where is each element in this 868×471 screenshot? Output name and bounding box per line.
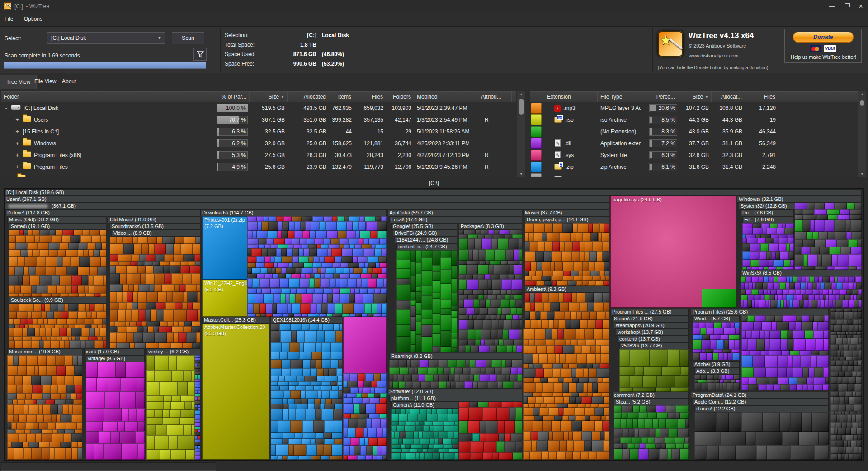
treemap-tiles-ventoy-tiles[interactable] (146, 355, 195, 460)
treemap-label-user-redacted[interactable]: (367.1 GB) (5, 203, 609, 209)
treemap-label-n250820[interactable]: 250820\ (13.7 GB) (619, 343, 689, 349)
treemap-label-c-root[interactable]: [C:] Local Disk (519.6 GB) (5, 189, 862, 196)
treemap-block-win11-iso[interactable]: Win11_22H2_Englis(5.2 GB) (202, 280, 247, 317)
menu-file[interactable]: File (0, 13, 18, 22)
treemap-label-appdata[interactable]: AppData\ (59.7 GB) (387, 209, 522, 216)
treemap-label-drivefs[interactable]: DriveFS\ (24.9 GB) (393, 230, 457, 237)
treemap-label-soulseek[interactable]: Soulseek So... (9.9 GB) (9, 297, 106, 304)
treemap-label-qex[interactable]: QEX19812016\ (14.4 GB) (271, 317, 342, 324)
treemap-tiles-winsxs-tiles[interactable] (741, 276, 862, 308)
treemap-label-video[interactable]: Video ... (8.9 GB) (112, 230, 200, 237)
treemap-tiles-ventoy-edge[interactable] (195, 355, 200, 460)
column-header-7[interactable]: Modified (414, 92, 478, 103)
column-header-2[interactable]: Size▼ (250, 92, 288, 103)
treemap-label-steam[interactable]: Steam\ (21.9 GB) (612, 315, 689, 322)
treemap-label-content-c[interactable]: content_c... (24.7 GB) (396, 243, 457, 250)
scroll-down-icon[interactable]: ▼ (517, 171, 525, 177)
treemap-block-pagefile-green[interactable] (702, 289, 736, 308)
treemap-label-platform[interactable]: platform... (11.1 GB) (389, 395, 522, 402)
treemap-label-pf[interactable]: Program Files\ (25.6 GB) (691, 309, 829, 315)
treemap-label-winsxs[interactable]: WinSxS\ (8.5 GB) (741, 270, 862, 276)
table-row[interactable]: iso.isoiso Archive8.5 %44.3 GB44.3 GB19 (530, 114, 858, 126)
treemap-label-google-118[interactable]: 118412447... (24.8 GB) (395, 237, 457, 243)
column-header-allocat[interactable]: Allocat... (712, 92, 745, 103)
treemap-tiles-wind-tiles[interactable] (693, 322, 740, 360)
treemap-label-music-old[interactable]: Music (Old)\ (33.2 GB) (7, 216, 106, 223)
treemap-label-itunes[interactable]: iTunes\ (12.2 GB) (694, 405, 829, 412)
treemap-label-common[interactable]: common\ (7.2 GB) (612, 392, 689, 399)
drive-select-dropdown[interactable]: [C:] Local Disk ▼ (47, 32, 165, 44)
expand-toggle-icon[interactable]: + (14, 138, 20, 149)
treemap-block-photos-zip[interactable]: Photos-001 (2).zip(7.2 GB) (202, 216, 247, 280)
treemap-tiles-qex-tiles[interactable] (271, 324, 342, 460)
treemap-block-adobe-master[interactable]: Adobe.Master.Collection.20(25.3 GB) (202, 324, 269, 460)
treemap-label-users[interactable]: Users\ (367.1 GB) (5, 196, 609, 203)
treemap-tiles-n250820-tiles[interactable] (619, 349, 689, 392)
donate-button[interactable]: Donate (793, 32, 854, 43)
scrollbar-thumb[interactable] (519, 99, 524, 115)
treemap-label-adobe[interactable]: Adobe\ (3.9 GB) (693, 361, 740, 368)
column-header-4[interactable]: Items (329, 92, 354, 103)
treemap-block-dl-pink[interactable] (343, 317, 387, 373)
column-header-size[interactable]: Size▼ (678, 92, 712, 103)
scroll-up-icon[interactable]: ▲ (858, 91, 866, 98)
treemap-label-dri[interactable]: Dri... (7.6 GB) (741, 209, 794, 216)
treemap-label-packages[interactable]: Packages\ (8.3 GB) (459, 223, 522, 230)
restore-button[interactable] (839, 0, 854, 13)
treemap-label-windows[interactable]: Windows\ (32.1 GB) (737, 196, 862, 203)
treemap-label-camera[interactable]: Camera\ (11.0 GB) (391, 402, 458, 409)
treemap-label-isos[interactable]: isos\ (17.0 GB) (84, 348, 145, 355)
treemap-tiles-vintage-tiles[interactable] (86, 362, 145, 460)
treemap-label-d-drive[interactable]: D drive\ (117.8 GB) (5, 209, 200, 216)
treemap-tiles-win-right-tiles[interactable] (795, 203, 862, 270)
treemap-label-music[interactable]: Music\ (37.7 GB) (523, 209, 609, 216)
tab-about[interactable]: About (56, 75, 82, 89)
treemap-label-old-music[interactable]: Old Music\ (31.0 GB) (108, 216, 200, 223)
treemap-label-google[interactable]: Google\ (25.5 GB) (391, 223, 457, 230)
table-row[interactable]: Z.zipzip Archive6.1 %31.6 GB31.4 GB2,248 (530, 161, 858, 173)
treemap-tiles-packages-tiles[interactable] (459, 230, 522, 290)
treemap-tiles-software-right-tiles[interactable] (459, 402, 522, 460)
treemap-tiles-camera-tiles[interactable] (391, 409, 458, 460)
table-row[interactable]: .sysSystem file6.3 %32.6 GB32.3 GB2,791 (530, 149, 858, 161)
treemap-label-doom[interactable]: Doom, psych, p... (14.1 GB) (525, 216, 609, 223)
treemap-tiles-music-mon-tiles[interactable] (7, 355, 82, 460)
treemap-tiles-roaming-tiles[interactable] (389, 360, 522, 388)
table-row[interactable]: -[C:] Local Disk100.0 %519.5 GB493.5 GB7… (1, 102, 516, 114)
treemap-label-ventoy[interactable]: ventoy ... (6.2 GB) (146, 348, 200, 355)
tree-table-scrollbar[interactable]: ▲ ▼ (517, 91, 525, 177)
treemap-tiles-itunes-tiles[interactable] (694, 412, 829, 460)
treemap-label-apple-com[interactable]: Apple Com... (12.2 GB) (693, 399, 829, 405)
treemap-label-wind[interactable]: Wind... (5.7 GB) (693, 315, 740, 322)
column-header-0[interactable]: Folder (1, 92, 215, 103)
treemap-label-workshop[interactable]: workshop\ (13.7 GB) (616, 329, 689, 336)
table-row[interactable]: ♪.mp3MPEG layer 3 Audio20.6 %107.2 GB106… (530, 102, 858, 114)
treemap-tiles-doom-tiles[interactable] (525, 223, 609, 286)
ext-table-scrollbar[interactable]: ▲ ▼ (858, 91, 866, 177)
treemap-tiles-music-rest-tiles[interactable] (523, 329, 609, 460)
table-row[interactable]: +[15 Files in C:\]6.3 %32.5 GB32.5 GB441… (1, 126, 516, 138)
treemap[interactable]: [C:] Local Disk (519.6 GB)Users\ (367.1 … (4, 188, 864, 461)
treemap-label-music-mon[interactable]: Music-mon... (19.8 GB) (7, 348, 82, 355)
treemap-tiles-stea-tiles[interactable] (614, 405, 689, 460)
scan-button[interactable]: Scan (172, 32, 204, 44)
table-row[interactable]: (No Extension)8.3 %43.0 GB35.9 GB46,344 (530, 126, 858, 138)
title-bar[interactable]: [C:] - WizTree — ✕ (0, 0, 868, 13)
scroll-down-icon[interactable]: ▼ (858, 171, 866, 177)
menu-options[interactable]: Options (19, 13, 47, 22)
treemap-label-steamapps[interactable]: steamapps\ (20.9 GB) (614, 322, 689, 329)
column-header-1[interactable]: % of Par... (215, 92, 250, 103)
table-row[interactable] (530, 173, 858, 177)
expand-toggle-icon[interactable]: + (14, 161, 20, 173)
column-header-8[interactable]: Attribu... (478, 92, 512, 103)
treemap-tiles-soulseek-tiles[interactable] (9, 304, 106, 348)
expand-toggle-icon[interactable]: - (4, 102, 9, 114)
treemap-tiles-drivefs-tiles[interactable] (396, 250, 457, 352)
treemap-label-downloads[interactable]: Downloads\ (114.7 GB) (200, 209, 387, 216)
treemap-label-fil[interactable]: Fil... (7.6 GB) (742, 216, 794, 223)
scroll-up-icon[interactable]: ▲ (517, 91, 525, 98)
treemap-label-master-coll[interactable]: Master.Coll... (25.3 GB) (202, 317, 269, 324)
treemap-tiles-old-music-tiles[interactable] (110, 237, 200, 348)
filter-button[interactable] (193, 48, 207, 61)
scrollbar-thumb[interactable] (860, 100, 864, 106)
